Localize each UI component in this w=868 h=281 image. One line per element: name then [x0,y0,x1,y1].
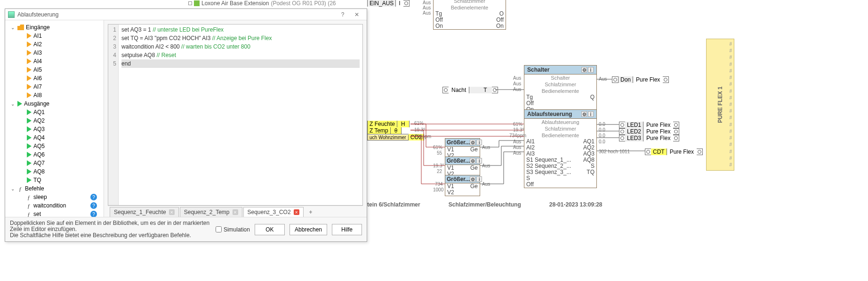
cancel-button[interactable]: Abbrechen [289,224,327,235]
help-icon[interactable]: ? [90,211,97,217]
code-line[interactable]: setpulse AQ8 // Reset [121,51,360,59]
tree-expand-icon[interactable] [188,1,192,5]
tree-item-label: AQ8 [33,168,45,175]
tree-item[interactable]: ƒsleep? [5,193,104,201]
code-editor[interactable]: 12345 set AQ3 = 1 // unterste LED bei Pu… [108,24,363,206]
info-icon[interactable]: i [476,140,482,145]
output-icon [17,101,22,107]
led1-node[interactable]: LED1Pure Flex [619,122,679,128]
cdt-node[interactable]: CDTPure Flex [645,149,703,155]
tree-item[interactable]: AI4 [5,57,104,66]
input-icon [27,33,32,39]
output-icon [27,135,32,140]
code-line[interactable]: waitcondition AI2 < 800 // warten bis CO… [121,42,360,51]
led3-node[interactable]: LED3Pure Flex [619,135,679,141]
chevron-down-icon[interactable]: ⌄ [11,186,16,191]
function-icon: ƒ [26,203,32,208]
dialog-icon [8,11,15,18]
gear-icon[interactable]: ⚙ [581,67,587,73]
led2-node[interactable]: LED2Pure Flex [619,128,679,135]
tree-item[interactable]: AQ4 [5,133,104,142]
top-block[interactable]: Schlafzimmer Bedienelemente TgO OffOff O… [433,0,506,30]
code-body[interactable]: set AQ3 = 1 // unterste LED bei PureFlex… [119,25,362,205]
tree-item[interactable]: AQ7 [5,159,104,167]
tree-item[interactable]: AI5 [5,66,104,74]
tree-group-commands[interactable]: ⌄ ƒ Befehle [5,184,104,193]
editor-tab[interactable]: Sequenz_1_Feuchte× [110,207,179,217]
tree-item[interactable]: AI6 [5,74,104,83]
library-tree[interactable]: ⌄ Eingänge AI1AI2AI3AI4AI5AI6AI7AI8 ⌄ Au… [5,20,104,217]
close-button[interactable]: ✕ [350,10,364,19]
tree-group-inputs[interactable]: ⌄ Eingänge [5,23,104,32]
folder-icon [17,25,24,30]
chevron-down-icon[interactable]: ⌄ [11,101,16,107]
tree-item[interactable]: AI7 [5,83,104,91]
tree-item[interactable]: AQ6 [5,150,104,159]
dialog-titlebar[interactable]: Ablaufsteuerung ? ✕ [5,9,367,20]
gear-icon[interactable]: ⚙ [470,158,475,164]
reference-block[interactable]: PURE FLEX 1 ####### ####### ##### [706,39,734,171]
project-tree-node[interactable]: Loxone Air Base Extension (Podest OG R01… [188,0,336,7]
sensor-feuchte[interactable]: Z FeuchteH [367,121,410,127]
tab-close-icon[interactable]: × [294,209,299,215]
tab-close-icon[interactable]: × [169,209,175,215]
code-line[interactable]: set TQ = AI3 "ppm CO2 HOCH" AI3 // Anzei… [121,34,360,42]
editor-tabs: Sequenz_1_Feuchte×Sequenz_2_Temp×Sequenz… [108,206,363,217]
gear-icon[interactable]: ⚙ [581,111,587,117]
tree-item-label: AI3 [33,50,42,56]
help-icon[interactable]: ? [90,202,97,209]
ablaufsteuerung-block[interactable]: Ablaufsteuerung ⚙i Ablaufsteuerung Schla… [524,109,597,188]
tree-item[interactable]: ƒset? [5,210,104,217]
tree-item[interactable]: AQ5 [5,142,104,150]
tree-item-label: AI4 [33,58,42,65]
code-line[interactable]: set AQ3 = 1 // unterste LED bei PureFlex [121,25,360,34]
info-icon[interactable]: i [588,67,594,73]
tree-item[interactable]: AQ1 [5,108,104,116]
tab-close-icon[interactable]: × [233,209,238,215]
tree-item[interactable]: AI3 [5,49,104,57]
info-icon[interactable]: i [476,176,482,182]
input-icon [27,84,32,90]
output-icon [27,118,32,124]
groesser-block-3[interactable]: Größer... ⚙i V1Ge V2 [445,175,480,196]
editor-tab[interactable]: Sequenz_2_Temp× [180,207,242,217]
tree-item[interactable]: AI1 [5,32,104,40]
chevron-down-icon[interactable]: ⌄ [11,25,16,30]
tree-item-label: AQ6 [33,151,45,158]
tree-item[interactable]: AQ8 [5,167,104,176]
info-icon[interactable]: i [476,158,482,164]
output-icon [27,152,32,157]
sensor-temp[interactable]: Z Tempθ [367,127,402,134]
schalter-block[interactable]: Schalter ⚙i Schalter Schlafzimmer Bedien… [524,65,597,113]
gear-icon[interactable]: ⚙ [470,140,475,145]
help-button-footer[interactable]: Hilfe [332,224,362,235]
output-icon [27,143,32,149]
ok-button[interactable]: OK [255,224,285,235]
help-button[interactable]: ? [336,10,350,19]
tab-label: Sequenz_1_Feuchte [114,209,166,215]
new-tab-button[interactable]: + [305,207,317,217]
tree-item[interactable]: AQ3 [5,125,104,133]
help-icon[interactable]: ? [90,194,97,200]
tree-item-label: AQ4 [33,134,45,141]
output-icon [27,177,32,183]
tree-item-label: AQ5 [33,143,45,149]
gear-icon[interactable]: ⚙ [470,176,475,182]
code-line[interactable]: end [121,59,360,68]
line-gutter: 12345 [108,25,119,205]
editor-tab[interactable]: Sequenz_3_CO2× [243,207,304,217]
simulation-checkbox[interactable]: Simulation [216,226,250,233]
ein-aus-node[interactable]: EIN_AUS I [367,0,410,7]
info-icon[interactable]: i [588,111,594,117]
tree-item[interactable]: AI2 [5,40,104,49]
tree-item[interactable]: AI8 [5,91,104,99]
tree-group-outputs[interactable]: ⌄ Ausgänge [5,99,104,108]
nacht-node[interactable]: Nacht T [442,87,498,93]
group-label: Befehle [25,185,44,192]
simulation-checkbox-input[interactable] [216,226,222,232]
tree-item[interactable]: AQ2 [5,116,104,125]
tree-item[interactable]: TQ [5,176,104,184]
tree-node-suffix: (Podest OG R01 P03) (26 [271,0,336,7]
don-pureflex-node[interactable]: Don Pure Flex [612,76,669,83]
tree-item[interactable]: ƒwaitcondition? [5,201,104,210]
